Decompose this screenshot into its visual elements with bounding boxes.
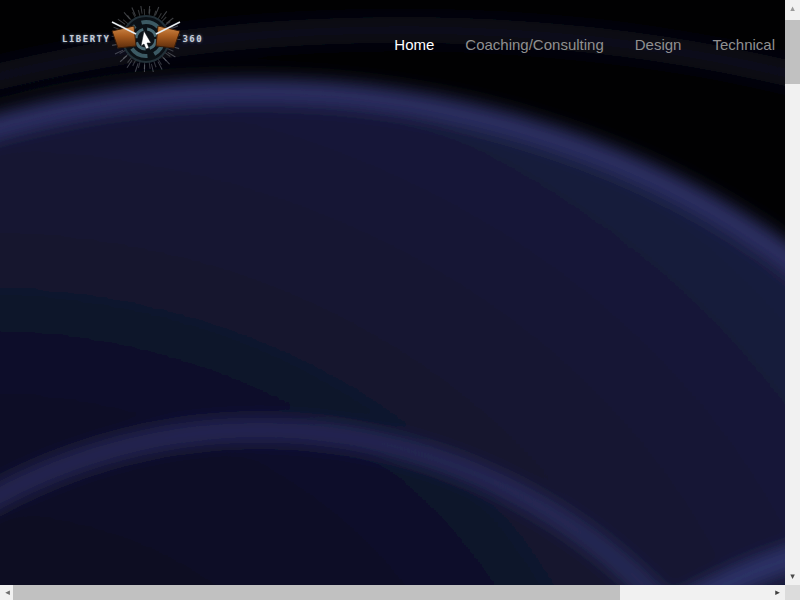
main-nav: Home Coaching/Consulting Design Technica… (394, 36, 775, 53)
horizontal-scrollbar[interactable]: ◄ ► (0, 585, 785, 600)
nav-item-technical[interactable]: Technical (712, 36, 775, 53)
scrollbar-corner (785, 585, 800, 600)
browser-viewport: LIBERTY (0, 0, 800, 600)
triangle-right-icon: ► (774, 589, 782, 597)
wing-right-icon (156, 26, 180, 48)
site-logo[interactable]: LIBERTY (62, 6, 203, 72)
logo-emblem-icon (111, 6, 181, 72)
nav-item-home[interactable]: Home (394, 36, 434, 53)
background-swirl-art (0, 0, 785, 585)
triangle-up-icon: ▲ (789, 5, 797, 13)
scroll-up-button[interactable]: ▲ (785, 0, 800, 17)
page-content: LIBERTY (0, 0, 785, 585)
logo-text-360: 360 (182, 34, 203, 44)
triangle-down-icon: ▼ (789, 573, 797, 581)
triangle-left-icon: ◄ (3, 589, 11, 597)
scroll-left-button[interactable]: ◄ (0, 585, 14, 600)
nav-item-design[interactable]: Design (635, 36, 682, 53)
scroll-right-button[interactable]: ► (770, 585, 785, 600)
horizontal-scrollbar-thumb[interactable] (13, 585, 620, 600)
site-header: LIBERTY (0, 0, 785, 80)
scroll-down-button[interactable]: ▼ (785, 568, 800, 585)
logo-text-liberty: LIBERTY (62, 34, 110, 44)
vertical-scrollbar-thumb[interactable] (785, 20, 800, 84)
vertical-scrollbar[interactable]: ▲ ▼ (785, 0, 800, 585)
nav-item-coaching-consulting[interactable]: Coaching/Consulting (465, 36, 603, 53)
